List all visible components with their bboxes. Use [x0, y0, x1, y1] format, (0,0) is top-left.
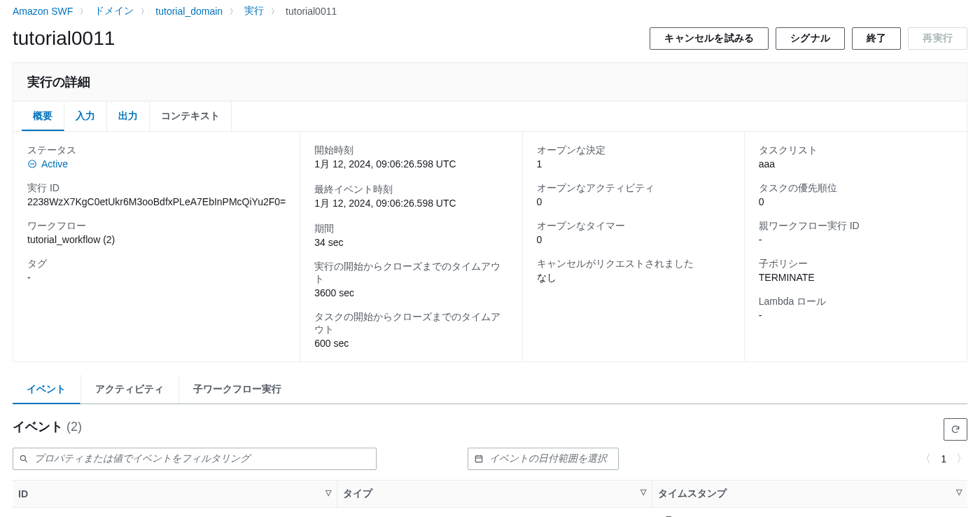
pager-page: 1 [941, 453, 946, 464]
tab-input[interactable]: 入力 [64, 102, 107, 131]
tags-value: - [27, 272, 286, 283]
sub-tabs: イベント アクティビティ 子ワークフロー実行 [13, 375, 967, 404]
workflow-link[interactable]: tutorial_workflow (2) [27, 234, 115, 245]
cancel-requested-value: なし [537, 272, 730, 284]
events-table: ID▽ タイプ▽ タイムスタンプ▽ ▶ 1WorkflowExecutionSt… [13, 480, 967, 517]
breadcrumb-link-swf[interactable]: Amazon SWF [13, 6, 73, 17]
events-date-range-input[interactable]: イベントの日付範囲を選択 [468, 448, 619, 470]
cancel-requested-label: キャンセルがリクエストされました [537, 258, 730, 270]
chevron-right-icon: 〉 [228, 6, 239, 17]
subtab-child-workflows[interactable]: 子ワークフロー実行 [178, 375, 296, 404]
svg-rect-4 [475, 456, 482, 462]
rerun-button: 再実行 [908, 27, 967, 50]
pager: 〈 1 〉 [920, 452, 967, 467]
refresh-icon [951, 425, 960, 434]
child-policy-label: 子ポリシー [759, 258, 953, 270]
duration-label: 期間 [314, 223, 507, 235]
col-timestamp[interactable]: タイムスタンプ [658, 488, 727, 499]
exec-timeout-value: 3600 sec [314, 287, 507, 298]
signal-button[interactable]: シグナル [776, 27, 845, 50]
workflow-label: ワークフロー [27, 220, 286, 233]
subtab-events[interactable]: イベント [13, 375, 80, 404]
parent-wf-label: 親ワークフロー実行 ID [759, 220, 953, 233]
tasklist-label: タスクリスト [759, 144, 953, 157]
events-panel: イベント (2) プロパティまたは値でイベントをフィルタリング イベントの日付範… [13, 406, 967, 517]
svg-line-3 [25, 460, 27, 462]
search-icon [19, 454, 29, 464]
status-active-icon [27, 159, 37, 169]
chevron-right-icon: 〉 [139, 6, 150, 17]
task-priority-label: タスクの優先順位 [759, 182, 953, 195]
last-event-value: 1月 12, 2024, 09:06:26.598 UTC [314, 198, 507, 210]
open-decisions-label: オープンな決定 [537, 144, 730, 157]
task-timeout-label: タスクの開始からクローズまでのタイムアウト [314, 311, 507, 336]
status-value: Active [41, 158, 68, 170]
exec-id-label: 実行 ID [27, 182, 286, 195]
child-policy-value: TERMINATE [759, 272, 953, 283]
lambda-role-label: Lambda ロール [759, 296, 953, 308]
breadcrumb: Amazon SWF 〉 ドメイン 〉 tutorial_domain 〉 実行… [0, 0, 980, 20]
breadcrumb-current: tutorial0011 [286, 6, 337, 17]
status-label: ステータス [27, 144, 286, 157]
try-cancel-button[interactable]: キャンセルを試みる [650, 27, 769, 50]
events-title: イベント (2) [13, 418, 82, 435]
breadcrumb-link-domains[interactable]: ドメイン [94, 5, 134, 18]
action-buttons: キャンセルを試みる シグナル 終了 再実行 [650, 27, 967, 50]
start-time-value: 1月 12, 2024, 09:06:26.598 UTC [314, 158, 507, 171]
task-timeout-value: 600 sec [314, 338, 507, 349]
sort-icon[interactable]: ▽ [956, 488, 962, 497]
open-activities-label: オープンなアクティビティ [537, 182, 730, 195]
table-row[interactable]: ▶ 1WorkflowExecutionStarted1月 12, 2024, … [13, 508, 967, 518]
event-timestamp: 1月 12, 2024, 09:06:26.598 UTC [652, 508, 967, 518]
exec-timeout-label: 実行の開始からクローズまでのタイムアウト [314, 261, 507, 286]
refresh-button[interactable] [944, 418, 967, 441]
events-count: (2) [66, 420, 82, 434]
parent-wf-value: - [759, 234, 953, 245]
execution-details-panel: 実行の詳細 概要 入力 出力 コンテキスト ステータス Active 実行 ID… [13, 62, 967, 362]
lambda-role-value: - [759, 310, 953, 321]
page-title: tutorial0011 [13, 27, 115, 50]
tab-output[interactable]: 出力 [107, 102, 150, 131]
task-priority-value: 0 [759, 196, 953, 207]
panel-heading: 実行の詳細 [13, 63, 967, 102]
calendar-icon [474, 454, 484, 464]
open-timers-label: オープンなタイマー [537, 220, 730, 233]
subtab-activities[interactable]: アクティビティ [80, 375, 178, 404]
chevron-right-icon: 〉 [270, 6, 280, 17]
pager-prev-button: 〈 [920, 452, 931, 467]
tab-overview[interactable]: 概要 [22, 102, 64, 131]
tab-context[interactable]: コンテキスト [150, 102, 232, 131]
pager-next-button: 〉 [956, 452, 967, 467]
chevron-right-icon: 〉 [78, 6, 89, 17]
col-id[interactable]: ID [18, 488, 28, 499]
search-placeholder: プロパティまたは値でイベントをフィルタリング [34, 453, 250, 465]
duration-value: 34 sec [314, 237, 507, 248]
events-title-text: イベント [13, 420, 63, 434]
svg-point-2 [20, 455, 25, 460]
open-timers-value: 0 [537, 234, 730, 245]
last-event-label: 最終イベント時刻 [314, 184, 507, 196]
sort-icon[interactable]: ▽ [326, 488, 331, 497]
start-time-label: 開始時刻 [314, 144, 507, 157]
tags-label: タグ [27, 258, 286, 270]
sort-icon[interactable]: ▽ [640, 488, 646, 497]
tasklist-value: aaa [759, 158, 953, 170]
open-activities-value: 0 [537, 196, 730, 207]
exec-id-value: 2238WzX7KgC0etUkr6M3ooBdfxPLeA7EbInPMcQi… [27, 196, 286, 207]
breadcrumb-link-domain[interactable]: tutorial_domain [155, 6, 223, 17]
col-type[interactable]: タイプ [343, 488, 372, 499]
events-filter-input[interactable]: プロパティまたは値でイベントをフィルタリング [13, 448, 377, 470]
breadcrumb-link-executions[interactable]: 実行 [244, 5, 264, 18]
terminate-button[interactable]: 終了 [852, 27, 901, 50]
open-decisions-value: 1 [537, 158, 730, 170]
date-placeholder: イベントの日付範囲を選択 [489, 453, 607, 465]
